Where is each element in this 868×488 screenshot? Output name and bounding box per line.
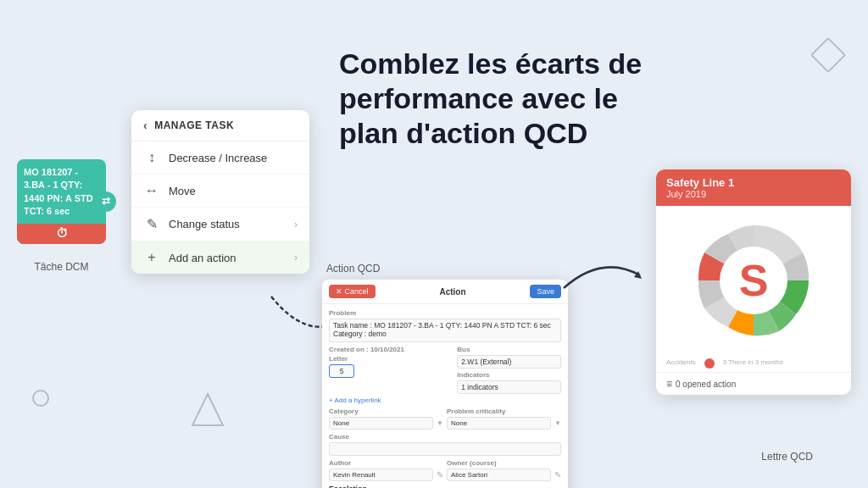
accidents-dot (704, 358, 715, 369)
back-icon[interactable]: ‹ (143, 119, 147, 132)
task-card-timer-icon: ⏱ (17, 224, 106, 244)
change-status-icon: ✎ (143, 216, 160, 232)
criticality-section: Problem criticality None ▼ (447, 408, 561, 430)
safety-subtitle: July 2019 (666, 189, 841, 199)
accidents-label: Accidents (666, 358, 696, 369)
action-qcd-label: Action QCD (326, 263, 380, 274)
chevron-right-icon: › (294, 219, 298, 230)
menu-header: ‹ MANAGE TASK (131, 110, 309, 141)
arrow-decoration-2 (559, 246, 644, 297)
problem-value: Task name : MO 181207 - 3.BA - 1 QTY: 14… (329, 319, 561, 342)
cause-label: Cause (329, 433, 561, 441)
form-header: ✕ Cancel Action Save (322, 280, 568, 304)
form-cancel-button[interactable]: ✕ Cancel (329, 285, 376, 298)
menu-item-label: Change status (169, 218, 240, 230)
owner-input[interactable]: Alice Sartori (447, 469, 551, 481)
lettre-qcd-label: Lettre QCD (761, 451, 813, 463)
author-edit-icon: ✎ (437, 470, 443, 480)
menu-item-label: Add an action (169, 252, 236, 264)
menu-header-title: MANAGE TASK (154, 119, 234, 131)
safety-title: Safety Line 1 (666, 176, 841, 189)
author-input[interactable]: Kevin Renault (329, 469, 433, 481)
category-section: Category None ▼ (329, 408, 443, 430)
hero-section: Comblez les écarts de performance avec l… (339, 47, 653, 150)
problem-section: Problem Task name : MO 181207 - 3.BA - 1… (329, 309, 561, 342)
move-icon: ↔ (143, 183, 160, 198)
menu-item-change-status[interactable]: ✎ Change status › (131, 208, 309, 241)
bus-label: Bus (457, 346, 561, 353)
cause-input[interactable] (329, 442, 561, 456)
svg-marker-1 (634, 271, 642, 279)
criticality-input[interactable]: None (447, 417, 551, 430)
menu-item-label: Decrease / Increase (169, 152, 267, 164)
menu-item-label: Move (169, 185, 196, 197)
category-label: Category (329, 408, 443, 415)
problem-label: Problem (329, 309, 561, 317)
form-save-button[interactable]: Save (530, 285, 561, 298)
diamond-decoration (810, 37, 846, 73)
form-title: Action (376, 287, 531, 297)
donut-letter: S (739, 255, 769, 306)
opened-action-text: 0 opened action (676, 380, 736, 389)
svg-marker-3 (192, 394, 223, 425)
add-action-icon: + (143, 250, 160, 265)
category-chevron: ▼ (437, 419, 443, 427)
bus-value: 2.W1 (External) (457, 355, 561, 369)
form-body: Problem Task name : MO 181207 - 3.BA - 1… (322, 304, 568, 488)
indicators-value: 1 indicators (457, 380, 561, 394)
author-section: Author Kevin Renault ✎ (329, 459, 443, 481)
task-card-label: Tâche DCM (17, 261, 106, 273)
decrease-increase-icon: ↕ (143, 150, 160, 165)
owner-edit-icon: ✎ (554, 470, 561, 480)
escalation-label: Escalation (329, 485, 561, 488)
cause-section: Cause (329, 433, 561, 456)
add-hyperlink-button[interactable]: + Add a hyperlink (329, 396, 561, 404)
circle-decoration (32, 390, 49, 407)
donut-chart: S (686, 213, 821, 348)
safety-card: Safety Line 1 July 2019 (656, 169, 851, 395)
hero-title: Comblez les écarts de performance avec l… (339, 47, 653, 150)
escalation-section: Escalation Escalation type No level › Es… (329, 485, 561, 488)
safety-footer: ≡ 0 opened action (656, 372, 851, 395)
created-label: Created on : 10/10/2021 (329, 346, 453, 353)
menu-item-move[interactable]: ↔ Move (131, 175, 309, 208)
task-card: MO 181207 - 3.BA - 1 QTY: 1440 PN: A STD… (17, 159, 106, 244)
task-card-text: MO 181207 - 3.BA - 1 QTY: 1440 PN: A STD… (24, 166, 99, 224)
accidents-row: Accidents 3 There in 3 months (656, 355, 851, 372)
menu-item-add-action[interactable]: + Add an action › (131, 241, 309, 274)
owner-label: Owner (course) (447, 459, 561, 467)
author-label: Author (329, 459, 443, 467)
task-card-arrows-icon: ⇄ (96, 191, 116, 212)
indicators-label: Indicators (457, 371, 561, 379)
action-form: ✕ Cancel Action Save Problem Task name :… (322, 280, 568, 488)
manage-task-menu: ‹ MANAGE TASK ↕ Decrease / Increase ↔ Mo… (131, 110, 309, 274)
criticality-label: Problem criticality (447, 408, 561, 415)
letter-label: Letter (329, 355, 354, 363)
safety-body: S (656, 206, 851, 355)
triangle-decoration (191, 390, 225, 432)
created-section: Created on : 10/10/2021 Letter 5 Bus 2.W… (329, 346, 561, 404)
safety-header: Safety Line 1 July 2019 (656, 169, 851, 206)
accidents-three-months: 3 There in 3 months (723, 358, 783, 369)
owner-section: Owner (course) Alice Sartori ✎ (447, 459, 561, 481)
category-input[interactable]: None (329, 417, 433, 430)
letter-value: 5 (329, 364, 354, 378)
chevron-right-icon: › (294, 252, 298, 263)
criticality-chevron: ▼ (554, 419, 561, 427)
menu-item-decrease-increase[interactable]: ↕ Decrease / Increase (131, 141, 309, 175)
menu-icon: ≡ (666, 378, 672, 390)
